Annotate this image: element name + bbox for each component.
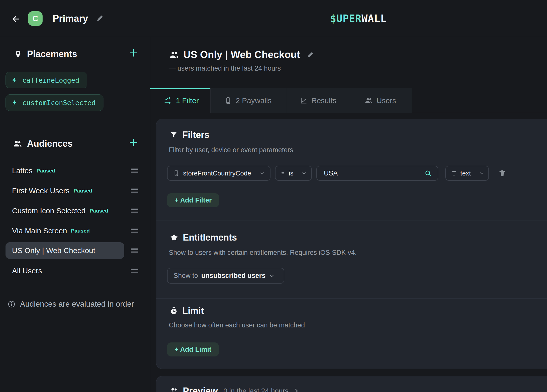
edit-project-pencil-icon[interactable] — [96, 15, 104, 22]
add-filter-button[interactable]: + Add Filter — [167, 193, 219, 207]
filter-value-input[interactable] — [318, 166, 424, 180]
equals-icon — [281, 170, 286, 176]
limit-heading: Limit — [170, 306, 204, 316]
filter-settings-card: Filters Filter by user, device or event … — [156, 119, 547, 369]
filters-subtitle: Filter by user, device or event paramete… — [169, 146, 293, 154]
logo-suffix: WALL — [361, 13, 386, 24]
tab-paywalls[interactable]: 2 Paywalls — [211, 88, 286, 113]
tab-label: Users — [376, 96, 396, 105]
audiences-title: Audiences — [27, 138, 73, 149]
preview-count: 0 in the last 24 hours — [223, 387, 289, 392]
limit-subtitle: Choose how often each user can be matche… — [169, 321, 305, 329]
drag-handle[interactable] — [131, 209, 138, 213]
entitlements-show-to-dropdown[interactable]: Show to unsubscribed users — [167, 268, 284, 284]
superwall-logo: $UPERWALL — [330, 13, 387, 25]
tab-bar: 1 Filter 2 Paywalls Results Users — [150, 88, 547, 113]
audience-label: US Only | Web Checkout — [12, 246, 95, 255]
audiences-header: Audiences — [13, 138, 73, 149]
add-placement-button[interactable] — [128, 47, 139, 58]
tab-label: 2 Paywalls — [236, 96, 271, 105]
audiences-footer-note: Audiences are evaluated in order — [8, 300, 134, 309]
audience-item-via-main-screen[interactable]: Via Main Screen Paused — [6, 223, 138, 239]
topbar: C Primary $UPERWALL — [0, 0, 547, 37]
text-type-icon — [451, 170, 457, 176]
tab-filter[interactable]: 1 Filter — [150, 88, 211, 113]
preview-title: Preview — [183, 386, 218, 392]
drag-handle[interactable] — [131, 269, 138, 273]
audience-item-first-week-users[interactable]: First Week Users Paused — [6, 182, 138, 199]
project-avatar: C — [28, 11, 43, 26]
placement-pill-caffeineLogged[interactable]: caffeineLogged — [6, 72, 87, 88]
search-icon[interactable] — [424, 169, 432, 177]
project-title: Primary — [53, 12, 88, 25]
drag-handle[interactable] — [131, 189, 138, 193]
audience-item-us-only-web-checkout[interactable]: US Only | Web Checkout — [6, 242, 138, 259]
avatar-letter: C — [32, 14, 38, 23]
footer-note-text: Audiences are evaluated in order — [20, 300, 134, 309]
audience-label: Via Main Screen — [12, 227, 67, 235]
audience-label: All Users — [12, 267, 42, 275]
audience-label: Lattes — [12, 166, 33, 175]
tab-label: Results — [311, 96, 336, 105]
delete-filter-trash-icon[interactable] — [498, 169, 506, 177]
chevron-down-icon — [269, 273, 275, 279]
add-limit-button[interactable]: + Add Limit — [167, 342, 219, 356]
logo-prefix: $UPER — [330, 13, 361, 24]
audience-page-title: US Only | Web Checkout — [183, 49, 300, 60]
audience-item-all-users[interactable]: All Users — [6, 263, 138, 279]
chevron-right-icon[interactable] — [293, 388, 300, 392]
filters-title: Filters — [182, 130, 209, 140]
filter-type-value: text — [460, 169, 476, 177]
preview-card: Preview 0 in the last 24 hours — [156, 376, 547, 392]
chevron-down-icon — [301, 170, 307, 176]
back-button[interactable] — [10, 13, 22, 25]
entitlements-title: Entitlements — [183, 232, 237, 243]
sidebar: Placements caffeineLogged customIconSele… — [0, 37, 150, 392]
smartphone-icon — [173, 170, 180, 176]
placement-pill-label: customIconSelected — [22, 99, 96, 107]
bolt-icon — [11, 77, 18, 84]
preview-row[interactable]: Preview 0 in the last 24 hours — [169, 386, 300, 392]
section-divider — [156, 298, 547, 299]
drag-handle[interactable] — [131, 169, 138, 173]
arrow-left-icon — [11, 14, 21, 24]
users-icon — [13, 139, 22, 148]
filters-heading: Filters — [170, 130, 209, 140]
chevron-down-icon — [479, 170, 484, 176]
tab-results[interactable]: Results — [286, 88, 351, 113]
tab-label: 1 Filter — [176, 96, 199, 105]
drag-handle[interactable] — [131, 229, 138, 233]
filter-parameter-value: storeFrontCountryCode — [183, 169, 256, 177]
audience-label: First Week Users — [12, 186, 69, 195]
show-to-label: Show to — [174, 272, 198, 280]
add-audience-button[interactable] — [128, 137, 139, 148]
filter-parameter-dropdown[interactable]: storeFrontCountryCode — [167, 166, 270, 181]
smartphone-icon — [224, 97, 232, 104]
audience-subtitle: — users matched in the last 24 hours — [169, 65, 281, 72]
audience-item-lattes[interactable]: Lattes Paused — [6, 162, 138, 179]
entitlements-subtitle: Show to users with certain entitlements.… — [169, 249, 357, 257]
audience-title-row: US Only | Web Checkout — [169, 49, 314, 60]
filter-operator-value: is — [289, 169, 299, 177]
split-arrows-icon — [164, 97, 172, 105]
section-divider — [156, 221, 547, 221]
filter-operator-dropdown[interactable]: is — [275, 166, 312, 181]
superwall-audience-editor: { "colors": { "accent": "#5eead4", "avat… — [0, 0, 547, 392]
placements-header: Placements — [14, 49, 77, 59]
edit-audience-pencil-icon[interactable] — [307, 51, 314, 59]
funnel-icon — [170, 131, 178, 139]
filter-value-field — [316, 166, 438, 181]
add-filter-label: + Add Filter — [175, 197, 212, 204]
placement-pill-customIconSelected[interactable]: customIconSelected — [6, 94, 103, 111]
entitlements-heading: Entitlements — [170, 232, 237, 243]
tab-users[interactable]: Users — [351, 88, 412, 113]
info-icon — [8, 300, 16, 308]
paused-badge: Paused — [71, 228, 90, 234]
users-icon — [169, 50, 179, 60]
filter-type-dropdown[interactable]: text — [445, 166, 489, 181]
line-chart-icon — [300, 97, 308, 104]
audience-item-custom-icon-selected[interactable]: Custom Icon Selected Paused — [6, 203, 138, 219]
limit-title: Limit — [182, 306, 204, 316]
drag-handle[interactable] — [131, 249, 138, 253]
filter-row: storeFrontCountryCode is text — [167, 166, 506, 181]
